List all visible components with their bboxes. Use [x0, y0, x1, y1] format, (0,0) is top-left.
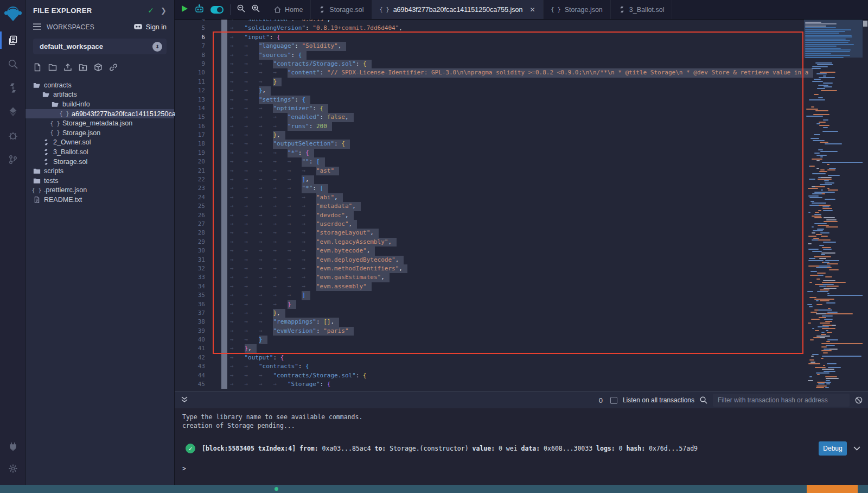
hamburger-menu-icon[interactable]	[33, 22, 41, 32]
code-line: 26→ → → → → → "devdoc",	[179, 211, 813, 220]
tab-storage-json[interactable]: { }Storage.json	[544, 0, 611, 19]
run-script-button[interactable]	[181, 5, 188, 15]
tab-a69b43f277ba20fcac141151250ca755-json[interactable]: { }a69b43f277ba20fcac141151250ca755.json…	[372, 0, 544, 19]
tree-item--prettierrc-json[interactable]: { }.prettierrc.json	[25, 186, 174, 195]
minimap[interactable]	[804, 20, 863, 391]
upload-file-icon[interactable]	[63, 63, 72, 74]
close-tab-icon[interactable]: ✕	[530, 6, 535, 14]
gutter-decoration	[221, 211, 227, 220]
code-line: 33→ → → → → → "evm.gasEstimates",	[179, 273, 813, 282]
code-editor[interactable]: 4→ "solcVersion": "0.8.19",5→ "solcLongV…	[175, 20, 868, 391]
new-file-icon[interactable]	[33, 63, 42, 74]
code-text: },	[273, 131, 285, 140]
tab-list: HomeStorage.sol{ }a69b43f277ba20fcac1411…	[266, 0, 672, 19]
settings-icon[interactable]	[0, 457, 25, 481]
tree-item-storage-metadata-json[interactable]: { }Storage_metadata.json	[25, 118, 174, 128]
debug-button[interactable]: Debug	[819, 441, 847, 456]
listen-checkbox[interactable]	[610, 397, 617, 404]
code-text: "sources": {	[259, 51, 307, 60]
tab-storage-sol[interactable]: Storage.sol	[311, 0, 372, 19]
tree-item-storage-sol[interactable]: Storage.sol	[25, 157, 174, 167]
terminal-prompt[interactable]: >	[182, 464, 868, 473]
json-icon: { }	[60, 111, 68, 117]
code-text: "contracts/Storage.sol": {	[273, 60, 371, 68]
editor-scrollbar[interactable]	[863, 20, 868, 391]
box-icon[interactable]	[94, 63, 103, 74]
git-icon[interactable]	[0, 148, 25, 172]
line-number: 27	[179, 220, 205, 229]
code-text: "ast"	[316, 167, 339, 175]
gutter-decoration	[221, 380, 227, 389]
remix-logo[interactable]	[0, 0, 25, 28]
line-number: 19	[179, 149, 205, 157]
line-number: 26	[179, 211, 205, 220]
workspace-selected: default_workspace	[40, 42, 152, 50]
status-alert-block[interactable]	[807, 485, 858, 493]
link-icon[interactable]	[109, 63, 118, 74]
tab-3-ballot-sol[interactable]: 3_Ballot.sol	[611, 0, 673, 19]
plugin-manager-icon[interactable]	[0, 435, 25, 459]
tree-item-artifacts[interactable]: artifacts	[25, 90, 174, 100]
divider	[230, 4, 231, 15]
tree-item-tests[interactable]: tests	[25, 176, 174, 186]
code-line: 38→ → → "remappings": [],	[179, 318, 813, 326]
code-line: 12→ → },	[179, 86, 813, 95]
file-explorer-icon[interactable]	[0, 28, 25, 52]
gutter-decoration	[221, 362, 227, 371]
code-text: }	[273, 78, 282, 86]
line-number: 15	[179, 113, 205, 122]
code-line: 39→ → → "evmVersion": "paris"	[179, 327, 813, 336]
code-line: 24→ → → → → → "abi",	[179, 193, 813, 202]
tab-label: 3_Ballot.sol	[629, 6, 665, 14]
tab-home[interactable]: Home	[266, 0, 311, 19]
gutter-decoration	[221, 344, 227, 353]
upload-folder-icon[interactable]	[79, 63, 87, 74]
sign-in-button[interactable]: Sign in	[133, 23, 167, 31]
tree-item-label: Storage.sol	[53, 158, 87, 166]
ai-copilot-toggle[interactable]	[210, 6, 224, 14]
gutter-decoration	[221, 336, 227, 344]
tree-item-contracts[interactable]: contracts	[25, 80, 174, 90]
tree-item-a69b43f277ba20fcac141151250ca7-[interactable]: { }a69b43f277ba20fcac141151250ca7...	[25, 109, 174, 119]
tab-label: Storage.sol	[329, 6, 363, 14]
collapse-terminal-icon[interactable]	[181, 395, 188, 405]
tree-item-build-info[interactable]: build-info	[25, 99, 174, 109]
search-icon[interactable]	[0, 52, 25, 76]
tree-item-2-owner-sol[interactable]: 2_Owner.sol	[25, 138, 174, 148]
code-line: 8→ → "sources": {	[179, 51, 813, 60]
transaction-filter-input[interactable]	[713, 394, 850, 407]
debugger-icon[interactable]	[0, 124, 25, 148]
terminal: 0 Listen on all transactions Type the li…	[175, 391, 868, 485]
search-icon[interactable]	[700, 396, 707, 404]
tree-item-3-ballot-sol[interactable]: 3_Ballot.sol	[25, 147, 174, 157]
tree-item-storage-json[interactable]: { }Storage.json	[25, 128, 174, 138]
tx-expand-icon[interactable]	[853, 445, 860, 452]
tree-item-label: artifacts	[53, 91, 77, 98]
workspace-select[interactable]: default_workspace ⬍	[33, 39, 167, 54]
tree-item-readme-txt[interactable]: README.txt	[25, 195, 174, 205]
folder-open-icon	[33, 82, 41, 89]
code-text: }	[288, 300, 296, 309]
sol-icon	[318, 6, 326, 13]
code-line: 16→ → → → "runs": 200	[179, 122, 813, 131]
chevron-right-icon[interactable]: ❯	[161, 7, 167, 15]
tree-item-scripts[interactable]: scripts	[25, 166, 174, 176]
ai-assistant-icon[interactable]	[195, 4, 204, 15]
code-line: 40→ → }	[179, 336, 813, 344]
new-folder-icon[interactable]	[48, 63, 57, 74]
deploy-run-icon[interactable]	[0, 100, 25, 124]
activity-bar-items	[0, 28, 25, 172]
solidity-compiler-icon[interactable]	[0, 76, 25, 100]
zoom-in-icon[interactable]	[252, 4, 260, 15]
code-line: 18→ → → "outputSelection": {	[179, 140, 813, 148]
code-text: "solcLongVersion": "0.8.19+commit.7dd6d4…	[245, 24, 403, 33]
code-line: 20→ → → → → "": [	[179, 157, 813, 166]
scrollbar-thumb[interactable]	[863, 21, 867, 27]
panel-title: FILE EXPLORER	[33, 7, 148, 15]
workspace-dropdown-icon[interactable]: ⬍	[152, 42, 162, 52]
clear-console-icon[interactable]	[855, 396, 863, 404]
check-icon: ✓	[148, 6, 154, 15]
line-number: 34	[179, 282, 205, 291]
zoom-out-icon[interactable]	[237, 4, 245, 15]
transaction-row[interactable]: ✓ [block:5583405 txIndex:4] from: 0xa03.…	[182, 441, 868, 456]
